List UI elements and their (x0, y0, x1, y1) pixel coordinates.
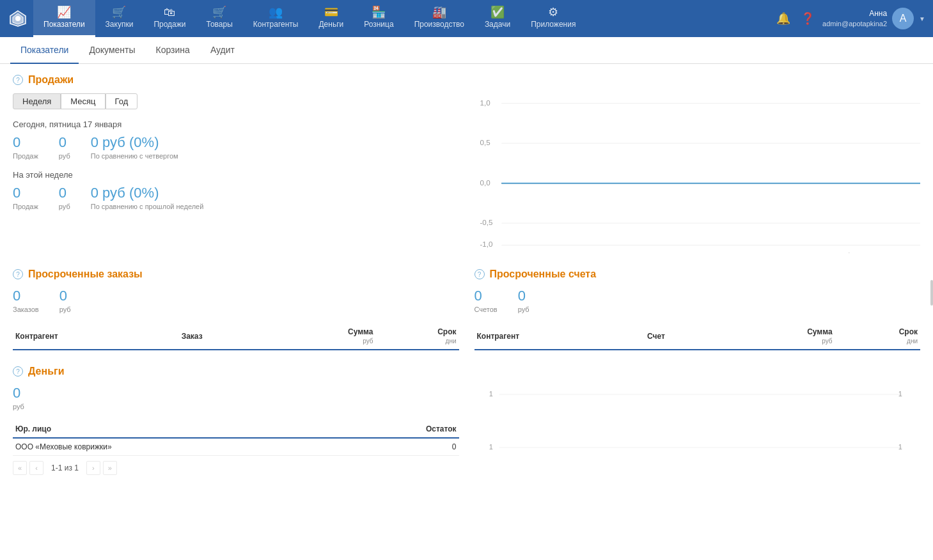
sub-nav-korzina[interactable]: Корзина (146, 37, 200, 64)
prodazhi-title: Продажи (28, 74, 74, 86)
nav-label-roznitsa: Розница (364, 20, 393, 29)
user-menu[interactable]: Анна admin@apotapkina2 А ▼ (822, 8, 925, 29)
nav-label-kontragenty: Контрагенты (253, 20, 299, 29)
today-comparison-num: 0 (91, 134, 98, 150)
user-name-text: Анна (822, 8, 887, 19)
prilozhenia-icon: ⚙ (548, 6, 558, 18)
svg-text:пт: пт (781, 252, 789, 253)
pokazateli-icon: 📈 (57, 6, 71, 18)
today-sales-amount-label: руб (59, 152, 70, 160)
svg-text:пн: пн (531, 252, 539, 253)
dengi-header: ? Деньги (13, 366, 920, 377)
nav-item-dengi[interactable]: 💳 Деньги (308, 0, 354, 37)
page-next-btn[interactable]: › (86, 461, 100, 475)
scheta-title: Просроченные счета (490, 268, 597, 280)
dengi-chart-1: 1 1 (474, 385, 921, 436)
dengi-col-yurlitso: Юр. лицо (13, 421, 343, 438)
period-btn-year[interactable]: Год (106, 93, 138, 109)
week-sales-amount-label: руб (59, 203, 70, 210)
nav-item-prodazhi[interactable]: 🛍 Продажи (143, 0, 196, 37)
nav-label-prodazhi: Продажи (153, 20, 185, 29)
prodazhi-help-icon[interactable]: ? (13, 75, 23, 85)
prodazhi-icon: 🛍 (164, 6, 175, 18)
today-comparison-suffix: руб (0%) (98, 134, 159, 150)
zakazy-col-zakaz: Заказ (179, 323, 270, 350)
sub-nav-audit[interactable]: Аудит (200, 37, 245, 64)
app-logo[interactable] (5, 6, 31, 31)
week-sales-count-label: Продаж (13, 203, 38, 210)
dengi-nav-icon: 💳 (324, 6, 338, 18)
period-buttons: Неделя Месяц Год (13, 93, 459, 109)
zakazy-col-srok: Срок дни (375, 323, 459, 350)
nav-label-tovary: Товары (207, 20, 233, 29)
zakazy-amount-label: руб (59, 306, 71, 313)
svg-text:вс: вс (900, 252, 907, 253)
zakazy-count-value: 0 (13, 288, 39, 304)
svg-text:-0,5: -0,5 (480, 219, 492, 226)
roznitsa-icon: 🏪 (372, 6, 386, 18)
scheta-amount-label: руб (518, 306, 529, 313)
user-menu-chevron-icon: ▼ (919, 15, 925, 22)
week-sales-count-value: 0 (13, 185, 38, 201)
table-row: ООО «Меховые коврижки» 0 (13, 438, 459, 456)
nav-item-proizvodstvo[interactable]: 🏭 Производство (404, 0, 474, 37)
dengi-table-body: ООО «Меховые коврижки» 0 (13, 438, 459, 456)
nav-label-dengi: Деньги (318, 20, 343, 29)
dengi-row-name: ООО «Меховые коврижки» (13, 438, 343, 456)
prosrochennye-zakazy-section: ? Просроченные заказы 0 Заказов 0 руб Ко… (13, 268, 459, 350)
overdue-section: ? Просроченные заказы 0 Заказов 0 руб Ко… (13, 268, 920, 350)
page-first-btn[interactable]: « (13, 461, 27, 475)
sub-nav-label-dokumenty: Документы (89, 45, 135, 55)
zakupki-icon: 🛒 (112, 6, 126, 18)
dengi-chart-2: 1 1 (474, 438, 921, 489)
page-prev-btn[interactable]: ‹ (29, 461, 43, 475)
today-stats-row: 0 Продаж 0 руб 0 руб (0%) По сравнению с… (13, 134, 459, 160)
nav-item-pokazateli[interactable]: 📈 Показатели (33, 0, 95, 37)
scheta-help-icon[interactable]: ? (474, 269, 485, 279)
period-btn-month[interactable]: Месяц (61, 93, 105, 109)
zakazy-help-icon[interactable]: ? (13, 269, 23, 279)
main-content: ? Продажи Неделя Месяц Год Сегодня, пятн… (0, 64, 933, 517)
sub-nav-label-korzina: Корзина (156, 45, 190, 55)
nav-item-kontragenty[interactable]: 👥 Контрагенты (243, 0, 309, 37)
today-sales-amount: 0 руб (59, 134, 70, 160)
svg-text:0,0: 0,0 (480, 179, 490, 187)
week-sales-amount-value: 0 (59, 185, 70, 201)
zakazy-amount: 0 руб (59, 288, 71, 313)
page-last-btn[interactable]: » (103, 461, 117, 475)
sub-nav-pokazateli[interactable]: Показатели (10, 37, 79, 64)
user-email-text: admin@apotapkina2 (822, 19, 887, 29)
dengi-help-icon[interactable]: ? (13, 366, 23, 377)
notification-icon[interactable]: 🔔 (774, 9, 793, 28)
period-btn-week[interactable]: Неделя (13, 93, 61, 109)
scheta-amount-value: 0 (518, 288, 529, 304)
nav-item-zadachi[interactable]: ✅ Задачи (474, 0, 521, 37)
zakazy-count-label: Заказов (13, 306, 39, 313)
dengi-total: 0 руб (13, 385, 24, 410)
nav-item-prilozhenia[interactable]: ⚙ Приложения (521, 0, 586, 37)
scheta-col-summa: Сумма руб (726, 323, 835, 350)
prosrochennye-scheta-section: ? Просроченные счета 0 Счетов 0 руб Конт… (474, 268, 921, 350)
nav-item-tovary[interactable]: 🛒 Товары (196, 0, 243, 37)
sub-nav-dokumenty[interactable]: Документы (79, 37, 145, 64)
today-comparison: 0 руб (0%) По сравнению с четвергом (91, 134, 178, 160)
help-icon[interactable]: ❓ (798, 9, 817, 28)
nav-right-area: 🔔 ❓ Анна admin@apotapkina2 А ▼ (766, 8, 933, 29)
nav-label-zadachi: Задачи (485, 20, 510, 29)
zakazy-stats: 0 Заказов 0 руб (13, 288, 459, 313)
svg-point-0 (15, 16, 20, 21)
nav-item-roznitsa[interactable]: 🏪 Розница (354, 0, 404, 37)
scheta-col-schet: Счет (645, 323, 726, 350)
scheta-stats: 0 Счетов 0 руб (474, 288, 921, 313)
zakazy-count: 0 Заказов (13, 288, 39, 313)
svg-text:1: 1 (898, 390, 902, 398)
section-dengi: ? Деньги 0 руб Юр. лицо (13, 366, 920, 491)
dengi-two-col: 0 руб Юр. лицо Остаток (13, 385, 920, 491)
nav-item-zakupki[interactable]: 🛒 Закупки (95, 0, 144, 37)
zadachi-icon: ✅ (490, 6, 505, 18)
nav-label-pokazateli: Показатели (43, 20, 85, 29)
scrollbar-indicator[interactable] (930, 280, 933, 306)
zakazy-col-kontragent: Контрагент (13, 323, 179, 350)
svg-text:сб: сб (842, 252, 851, 253)
today-sales-count: 0 Продаж (13, 134, 38, 160)
